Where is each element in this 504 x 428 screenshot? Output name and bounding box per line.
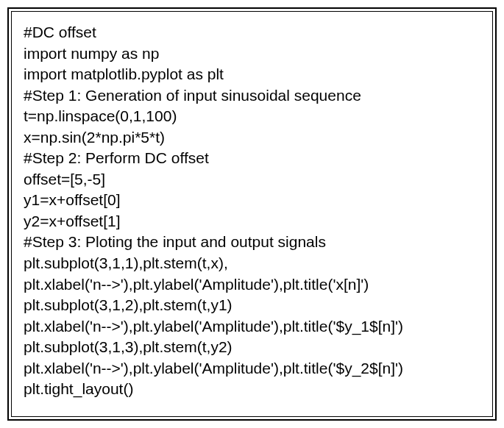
- code-line: plt.subplot(3,1,1),plt.stem(t,x),: [24, 253, 480, 274]
- code-line: import numpy as np: [24, 43, 480, 65]
- code-line: #Step 2: Perform DC offset: [24, 148, 480, 169]
- code-line: plt.xlabel('n-->'),plt.ylabel('Amplitude…: [24, 274, 480, 296]
- code-line: plt.tight_layout(): [24, 379, 480, 400]
- code-line: y2=x+offset[1]: [24, 211, 480, 232]
- code-line: plt.subplot(3,1,2),plt.stem(t,y1): [24, 295, 480, 316]
- code-line: x=np.sin(2*np.pi*5*t): [24, 127, 480, 149]
- code-line: #Step 3: Ploting the input and output si…: [24, 232, 480, 253]
- code-line: y1=x+offset[0]: [24, 190, 480, 211]
- code-box: #DC offset import numpy as np import mat…: [11, 11, 493, 417]
- code-line: plt.xlabel('n-->'),plt.ylabel('Amplitude…: [24, 358, 480, 379]
- outer-border: #DC offset import numpy as np import mat…: [7, 7, 497, 421]
- code-line: import matplotlib.pyplot as plt: [24, 64, 480, 85]
- code-line: offset=[5,-5]: [24, 169, 480, 190]
- code-line: t=np.linspace(0,1,100): [24, 106, 480, 127]
- code-line: #Step 1: Generation of input sinusoidal …: [24, 85, 480, 107]
- code-line: plt.subplot(3,1,3),plt.stem(t,y2): [24, 337, 480, 358]
- code-line: plt.xlabel('n-->'),plt.ylabel('Amplitude…: [24, 316, 480, 338]
- code-line: #DC offset: [24, 22, 480, 43]
